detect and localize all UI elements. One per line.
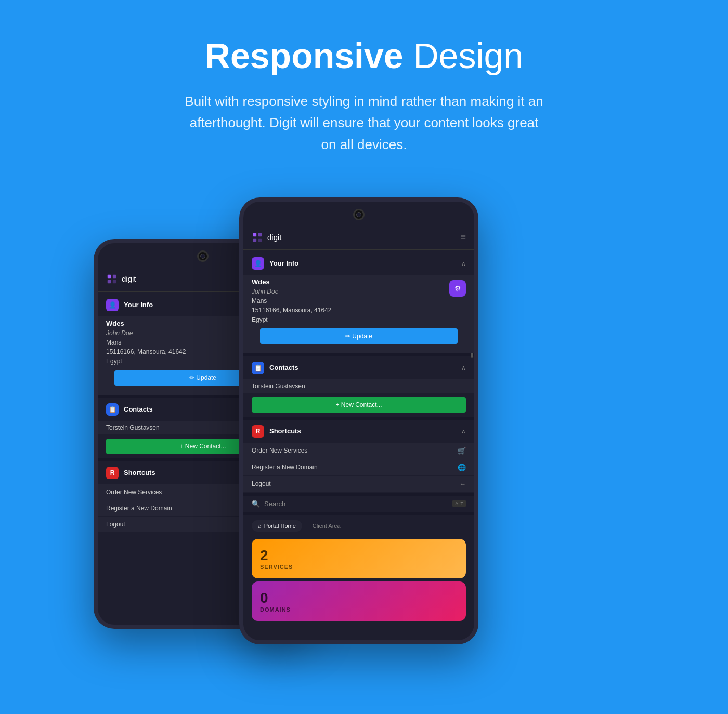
stat-number-domains: 0 xyxy=(260,590,458,606)
phone-front: digit ≡ 👤 Your Info ∧ ⚙ Wdes John Doe xyxy=(239,197,478,644)
stat-label-services: SERVICES xyxy=(260,564,458,570)
shortcut-item-2-front[interactable]: Logout ← xyxy=(243,476,474,493)
nav-tab-client-area[interactable]: Client Area xyxy=(306,520,347,532)
info-address-front: 15116166, Mansoura, 41642 xyxy=(252,306,466,315)
your-info-content-front: ⚙ Wdes John Doe Mans 15116166, Mansoura,… xyxy=(243,275,474,353)
svg-rect-1 xyxy=(108,280,111,283)
user-icon-front: 👤 xyxy=(252,257,264,270)
contacts-section-front: 📋 Contacts ∧ Torstein Gustavsen + New Co… xyxy=(243,356,474,413)
shortcut-label-1-back: Register a New Domain xyxy=(106,505,172,512)
chevron-contacts-front: ∧ xyxy=(461,364,466,372)
hamburger-front[interactable]: ≡ xyxy=(460,232,466,243)
info-name-front: Wdes xyxy=(252,277,466,287)
shortcut-item-0-front[interactable]: Order New Services 🛒 xyxy=(243,443,474,459)
svg-rect-6 xyxy=(258,233,262,236)
svg-rect-5 xyxy=(253,238,256,241)
shortcuts-icon-back: R xyxy=(106,467,119,479)
app-header-front: digit ≡ xyxy=(243,228,474,247)
cart-icon-front: 🛒 xyxy=(458,447,466,455)
header-section: Responsive Design Built with responsive … xyxy=(0,0,728,177)
shortcuts-icon-front: R xyxy=(252,425,264,438)
shortcut-item-1-front[interactable]: Register a New Domain 🌐 xyxy=(243,459,474,476)
svg-rect-2 xyxy=(113,274,116,277)
globe-icon-front: 🌐 xyxy=(458,464,466,471)
stat-label-domains: DOMAINS xyxy=(260,606,458,613)
shortcut-label-2-front: Logout xyxy=(252,480,271,487)
shortcut-label-0-front: Order New Services xyxy=(252,447,307,454)
camera-front xyxy=(353,209,365,220)
chevron-shortcuts-front: ∧ xyxy=(461,428,466,435)
page-title: Responsive Design xyxy=(104,36,624,75)
search-icon: 🔍 xyxy=(252,500,260,508)
app-logo-back: digit xyxy=(106,273,136,285)
logo-icon-front xyxy=(252,232,263,243)
user-icon-back: 👤 xyxy=(106,299,119,311)
search-placeholder: Search xyxy=(264,500,285,508)
phone-front-content: digit ≡ 👤 Your Info ∧ ⚙ Wdes John Doe xyxy=(243,202,474,640)
contacts-icon-front: 📋 xyxy=(252,362,264,374)
home-icon-nav: ⌂ xyxy=(258,523,262,529)
bottom-nav-front: ⌂ Portal Home Client Area xyxy=(243,515,474,535)
shortcuts-section-front: R Shortcuts ∧ Order New Services 🛒 Regis… xyxy=(243,420,474,493)
search-bar-front: 🔍 Search ALT xyxy=(243,496,474,512)
your-info-header-front[interactable]: 👤 Your Info ∧ xyxy=(243,252,474,275)
info-city-front: Mans xyxy=(252,296,466,306)
logout-icon-front: ← xyxy=(459,480,466,488)
svg-rect-4 xyxy=(253,233,256,236)
shortcut-label-1-front: Register a New Domain xyxy=(252,464,318,471)
svg-rect-7 xyxy=(258,238,262,241)
nav-tab-portal-home[interactable]: ⌂ Portal Home xyxy=(252,520,302,532)
logo-icon-back xyxy=(106,273,118,285)
info-fullname-front: John Doe xyxy=(252,287,466,296)
contact-item-front: Torstein Gustavsen xyxy=(243,379,474,393)
shortcut-label-0-back: Order New Services xyxy=(106,488,162,496)
phones-container: digit ≡ 👤 Your Info ∧ ⚙ Wdes John Doe xyxy=(0,177,728,655)
chevron-front: ∧ xyxy=(461,260,466,267)
stat-card-services: 2 SERVICES xyxy=(252,539,466,578)
update-button-front[interactable]: ✏ Update xyxy=(260,328,458,344)
divider-front-1 xyxy=(243,249,474,250)
info-country-front: Egypt xyxy=(252,315,466,324)
new-contact-btn-front[interactable]: + New Contact... xyxy=(252,397,466,413)
your-info-section-front: 👤 Your Info ∧ ⚙ Wdes John Doe Mans 15116… xyxy=(243,252,474,353)
stat-number-services: 2 xyxy=(260,547,458,564)
svg-rect-3 xyxy=(113,280,116,283)
search-badge: ALT xyxy=(452,500,466,507)
stats-area-front: 2 SERVICES 0 DOMAINS xyxy=(243,535,474,625)
stat-card-domains: 0 DOMAINS xyxy=(252,581,466,621)
svg-rect-0 xyxy=(108,274,111,277)
app-logo-front: digit xyxy=(252,232,282,243)
settings-gear-front[interactable]: ⚙ xyxy=(449,280,466,297)
contacts-header-front[interactable]: 📋 Contacts ∧ xyxy=(243,356,474,379)
page-subtitle: Built with responsive styling in mind ra… xyxy=(182,91,546,156)
shortcut-label-2-back: Logout xyxy=(106,521,125,528)
camera-back xyxy=(197,250,209,262)
contacts-icon-back: 📋 xyxy=(106,403,119,416)
shortcuts-header-front[interactable]: R Shortcuts ∧ xyxy=(243,420,474,443)
